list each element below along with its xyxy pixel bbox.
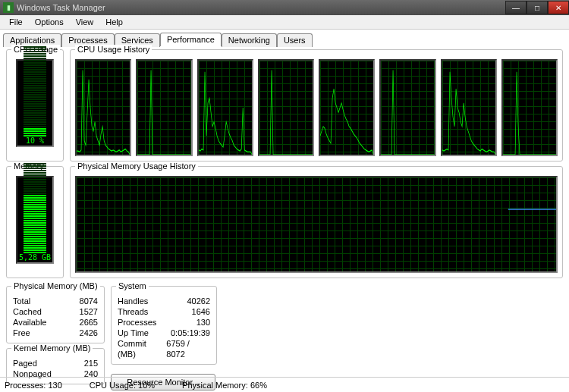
pm-total-k: Total bbox=[13, 296, 30, 306]
performance-panel: CPU Usage 10 % CPU Usage History Memory … bbox=[3, 46, 566, 392]
cpu-core-chart-6 bbox=[441, 59, 497, 156]
cpu-history-group: CPU Usage History bbox=[70, 49, 563, 162]
memory-history-chart bbox=[75, 176, 558, 273]
phys-mem-title: Physical Memory (MB) bbox=[11, 281, 100, 290]
cpu-gauge-text: 10 % bbox=[17, 136, 52, 145]
maximize-button[interactable]: □ bbox=[527, 1, 548, 14]
cpu-gauge: 10 % bbox=[16, 59, 54, 147]
close-button[interactable]: ✕ bbox=[548, 1, 569, 14]
pm-free-k: Free bbox=[13, 328, 30, 338]
tab-performance[interactable]: Performance bbox=[160, 33, 222, 46]
memory-gauge-text: 5,28 GB bbox=[17, 253, 52, 262]
cpu-core-chart-7 bbox=[501, 59, 558, 156]
sys-handles-v: 40262 bbox=[187, 296, 210, 306]
pm-avail-k: Available bbox=[13, 317, 46, 328]
app-icon: ▮ bbox=[3, 2, 14, 13]
menu-options[interactable]: Options bbox=[29, 16, 70, 28]
status-cpu: CPU Usage: 10% bbox=[90, 381, 178, 390]
memory-history-label: Physical Memory Usage History bbox=[75, 162, 198, 171]
status-memory: Physical Memory: 66% bbox=[182, 381, 290, 390]
sys-proc-k: Processes bbox=[118, 317, 156, 328]
cpu-core-chart-1 bbox=[136, 59, 192, 156]
tab-networking[interactable]: Networking bbox=[222, 33, 277, 47]
km-paged-v: 215 bbox=[84, 358, 98, 368]
window-title: Windows Task Manager bbox=[17, 3, 105, 12]
sys-commit-k: Commit (MB) bbox=[118, 338, 166, 359]
pm-cached-v: 1527 bbox=[80, 306, 98, 317]
cpu-core-chart-5 bbox=[379, 59, 435, 156]
tab-row: Applications Processes Services Performa… bbox=[0, 30, 569, 46]
memory-group: Memory 5,28 GB bbox=[6, 166, 64, 278]
title-bar: ▮ Windows Task Manager — □ ✕ bbox=[0, 0, 569, 15]
status-processes: Processes: 130 bbox=[5, 381, 85, 390]
menu-bar: File Options View Help bbox=[0, 15, 569, 30]
sys-uptime-v: 0:05:19:39 bbox=[171, 328, 210, 338]
pm-total-v: 8074 bbox=[80, 296, 98, 306]
menu-help[interactable]: Help bbox=[99, 16, 129, 28]
sys-threads-k: Threads bbox=[118, 306, 148, 317]
sys-threads-v: 1646 bbox=[192, 306, 210, 317]
sys-title: System bbox=[116, 281, 149, 290]
sys-uptime-k: Up Time bbox=[118, 328, 149, 338]
pm-avail-v: 2665 bbox=[80, 317, 98, 328]
pm-cached-k: Cached bbox=[13, 306, 42, 317]
status-bar: Processes: 130 CPU Usage: 10% Physical M… bbox=[0, 377, 569, 392]
sys-proc-v: 130 bbox=[196, 317, 210, 328]
cpu-core-chart-2 bbox=[197, 59, 253, 156]
sys-commit-v: 6759 / 8072 bbox=[166, 338, 210, 359]
cpu-history-label: CPU Usage History bbox=[75, 45, 152, 54]
menu-view[interactable]: View bbox=[70, 16, 100, 28]
memory-history-group: Physical Memory Usage History bbox=[70, 166, 563, 278]
cpu-core-chart-0 bbox=[75, 59, 131, 156]
minimize-button[interactable]: — bbox=[505, 1, 527, 14]
memory-gauge: 5,28 GB bbox=[16, 176, 54, 264]
system-stats: System Handles40262 Threads1646 Processe… bbox=[111, 286, 217, 365]
physical-memory-stats: Physical Memory (MB) Total8074 Cached152… bbox=[6, 286, 105, 343]
pm-free-v: 2426 bbox=[80, 328, 98, 338]
tab-users[interactable]: Users bbox=[277, 33, 313, 47]
cpu-usage-group: CPU Usage 10 % bbox=[6, 49, 64, 162]
cpu-core-chart-3 bbox=[258, 59, 314, 156]
cpu-core-chart-4 bbox=[319, 59, 375, 156]
km-title: Kernel Memory (MB) bbox=[11, 343, 93, 353]
km-paged-k: Paged bbox=[13, 358, 37, 368]
sys-handles-k: Handles bbox=[118, 296, 148, 306]
menu-file[interactable]: File bbox=[3, 16, 29, 28]
